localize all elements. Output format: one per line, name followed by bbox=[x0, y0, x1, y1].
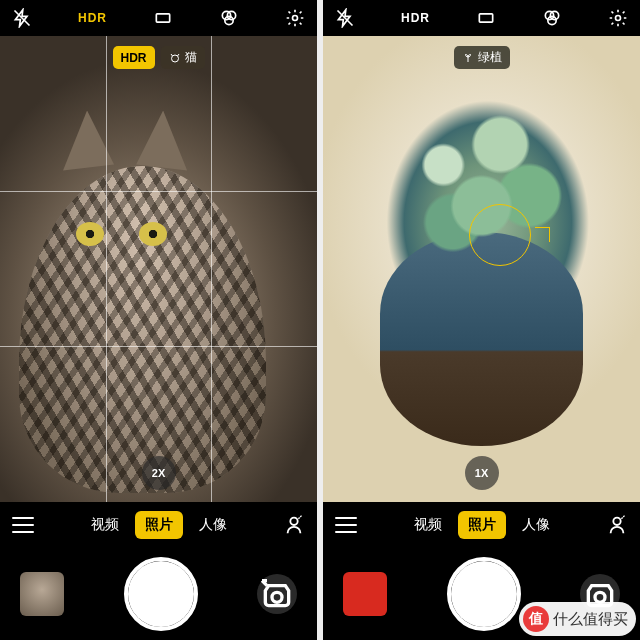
svg-point-4 bbox=[225, 16, 233, 24]
shutter-button[interactable] bbox=[124, 557, 198, 631]
svg-point-16 bbox=[595, 592, 605, 602]
svg-rect-10 bbox=[479, 14, 492, 22]
svg-rect-1 bbox=[156, 14, 169, 22]
top-toolbar: HDR bbox=[0, 0, 317, 36]
menu-icon[interactable] bbox=[12, 517, 34, 533]
control-bar bbox=[0, 548, 317, 640]
flash-icon[interactable] bbox=[335, 8, 355, 28]
cat-icon bbox=[169, 52, 181, 64]
camera-screen-left: HDR HDR 猫 2X 视频 照片 人像 bbox=[0, 0, 317, 640]
beauty-icon[interactable] bbox=[283, 514, 305, 536]
hdr-toggle[interactable]: HDR bbox=[78, 11, 107, 25]
watermark-badge: 值 bbox=[523, 606, 549, 632]
svg-point-15 bbox=[613, 518, 620, 525]
filter-icon[interactable] bbox=[219, 8, 239, 28]
aspect-ratio-icon[interactable] bbox=[476, 8, 496, 28]
mode-photo[interactable]: 照片 bbox=[135, 511, 183, 539]
focus-indicator bbox=[469, 204, 531, 266]
mode-selector[interactable]: 视频 照片 人像 bbox=[81, 511, 237, 539]
mode-portrait[interactable]: 人像 bbox=[189, 511, 237, 539]
scene-tags: HDR 猫 bbox=[113, 46, 205, 69]
mode-video[interactable]: 视频 bbox=[81, 511, 129, 539]
plant-icon bbox=[462, 52, 474, 64]
zoom-button[interactable]: 1X bbox=[465, 456, 499, 490]
gallery-thumbnail[interactable] bbox=[20, 572, 64, 616]
mode-photo[interactable]: 照片 bbox=[458, 511, 506, 539]
zoom-button[interactable]: 2X bbox=[142, 456, 176, 490]
svg-point-13 bbox=[548, 16, 556, 24]
svg-point-5 bbox=[293, 16, 298, 21]
menu-icon[interactable] bbox=[335, 517, 357, 533]
viewfinder[interactable]: 绿植 1X bbox=[323, 36, 640, 502]
mode-bar: 视频 照片 人像 bbox=[323, 502, 640, 548]
top-toolbar: HDR bbox=[323, 0, 640, 36]
mode-video[interactable]: 视频 bbox=[404, 511, 452, 539]
camera-screen-right: HDR 绿植 1X 视频 照片 人像 bbox=[323, 0, 640, 640]
ai-subject-badge[interactable]: 猫 bbox=[161, 46, 205, 69]
subject-preview bbox=[19, 166, 266, 492]
hdr-toggle[interactable]: HDR bbox=[401, 11, 430, 25]
svg-point-8 bbox=[272, 592, 282, 602]
mode-portrait[interactable]: 人像 bbox=[512, 511, 560, 539]
mode-bar: 视频 照片 人像 bbox=[0, 502, 317, 548]
mode-selector[interactable]: 视频 照片 人像 bbox=[404, 511, 560, 539]
filter-icon[interactable] bbox=[542, 8, 562, 28]
ai-subject-badge[interactable]: 绿植 bbox=[454, 46, 510, 69]
hdr-badge: HDR bbox=[113, 46, 155, 69]
flash-icon[interactable] bbox=[12, 8, 32, 28]
watermark-text: 什么值得买 bbox=[553, 610, 628, 629]
beauty-icon[interactable] bbox=[606, 514, 628, 536]
svg-point-7 bbox=[290, 518, 297, 525]
svg-point-14 bbox=[616, 16, 621, 21]
viewfinder[interactable]: HDR 猫 2X bbox=[0, 36, 317, 502]
aspect-ratio-icon[interactable] bbox=[153, 8, 173, 28]
shutter-button[interactable] bbox=[447, 557, 521, 631]
switch-camera-button[interactable] bbox=[257, 574, 297, 614]
gallery-thumbnail[interactable] bbox=[343, 572, 387, 616]
scene-tags: 绿植 bbox=[454, 46, 510, 69]
watermark: 值 什么值得买 bbox=[519, 602, 636, 636]
settings-icon[interactable] bbox=[608, 8, 628, 28]
svg-point-6 bbox=[171, 55, 178, 62]
settings-icon[interactable] bbox=[285, 8, 305, 28]
subject-label: 猫 bbox=[185, 49, 197, 66]
subject-label: 绿植 bbox=[478, 49, 502, 66]
